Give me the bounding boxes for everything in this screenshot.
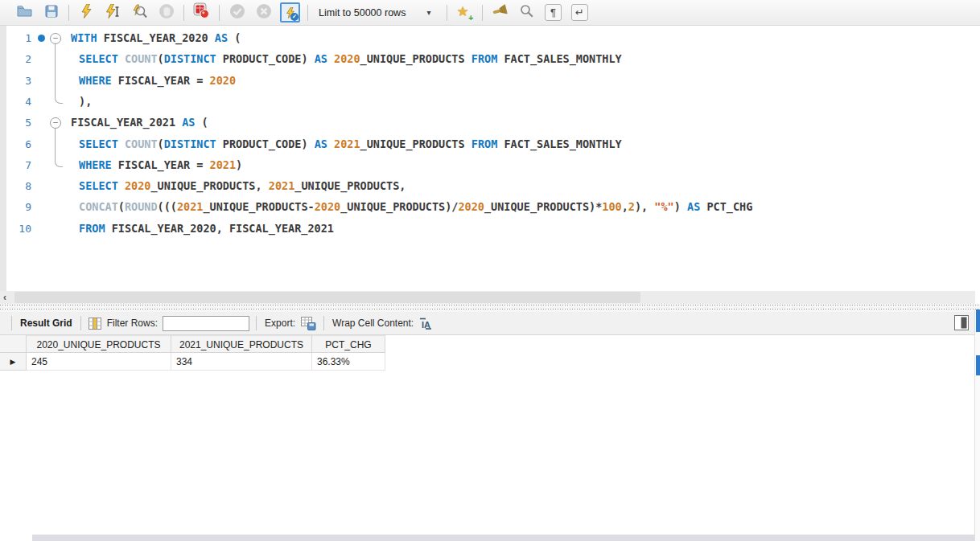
autocommit-icon: ✓	[280, 2, 300, 23]
line-number: 9	[6, 196, 31, 218]
result-grid-vscrollbar[interactable]	[974, 309, 980, 541]
result-grid-hscrollbar[interactable]	[32, 535, 975, 541]
side-panel-toggle-button[interactable]	[954, 315, 969, 333]
grid-row[interactable]: ▶ 24533436.33%	[0, 353, 385, 371]
column-header[interactable]: 2021_UNIQUE_PRODUCTS	[171, 335, 312, 353]
code-text: CONCAT(ROUND(((2021_UNIQUE_PRODUCTS-2020…	[79, 196, 752, 218]
panel-splitter[interactable]	[0, 304, 980, 312]
fold-guide	[55, 154, 63, 167]
code-text: WITH FISCAL_YEAR_2020 AS (	[71, 27, 241, 49]
star-plus-icon: ★ +	[456, 4, 474, 22]
toolbar-separator	[68, 5, 69, 21]
line-number: 4	[6, 91, 31, 113]
grid-cell[interactable]: 36.33%	[312, 353, 385, 371]
toolbar-separator	[80, 316, 81, 330]
toolbar-separator	[307, 5, 308, 21]
stop-on-error-toggle-button[interactable]	[191, 2, 212, 23]
code-line[interactable]: 1−WITH FISCAL_YEAR_2020 AS (	[0, 27, 980, 49]
line-number: 2	[6, 48, 31, 70]
statement-marker-icon	[38, 35, 45, 42]
explain-plan-button[interactable]	[129, 2, 150, 23]
save-script-button[interactable]	[40, 2, 62, 23]
invisible-characters-button[interactable]: ¶	[542, 2, 564, 23]
execute-button[interactable]	[76, 2, 97, 23]
line-number: 1	[6, 27, 31, 49]
editor-hscrollbar[interactable]: ‹	[0, 291, 975, 304]
pilcrow-icon: ¶	[545, 4, 562, 21]
code-text: SELECT 2020_UNIQUE_PRODUCTS, 2021_UNIQUE…	[79, 175, 406, 197]
wrap-cell-content-label: Wrap Cell Content:	[332, 318, 414, 329]
stop-on-error-icon	[193, 2, 210, 23]
row-marker-icon: ▶	[10, 358, 16, 366]
filter-rows-label: Filter Rows:	[107, 318, 158, 329]
filter-rows-input[interactable]	[163, 316, 249, 331]
line-number: 10	[6, 218, 31, 240]
code-text: WHERE FISCAL_YEAR = 2021)	[79, 154, 242, 176]
line-number: 5	[6, 112, 31, 133]
code-text: SELECT COUNT(DISTINCT PRODUCT_CODE) AS 2…	[79, 133, 622, 155]
magnifier-lightning-icon	[132, 4, 147, 22]
result-grid: 2020_UNIQUE_PRODUCTS2021_UNIQUE_PRODUCTS…	[0, 335, 385, 371]
beautify-button[interactable]	[489, 2, 511, 23]
autocommit-toggle-button[interactable]: ✓	[279, 2, 301, 23]
vscroll-thumb[interactable]	[976, 355, 980, 375]
fold-guide	[55, 47, 56, 70]
code-line[interactable]: 10FROM FISCAL_YEAR_2020, FISCAL_YEAR_202…	[0, 218, 980, 240]
chevron-down-icon: ▾	[426, 8, 430, 17]
column-header[interactable]: PCT_CHG	[312, 335, 385, 353]
sql-editor[interactable]: 1−WITH FISCAL_YEAR_2020 AS (2SELECT COUN…	[0, 26, 980, 291]
toolbar-separator	[11, 316, 12, 330]
fold-guide	[55, 133, 56, 155]
grid-columns-icon[interactable]	[89, 318, 101, 330]
code-text: SELECT COUNT(DISTINCT PRODUCT_CODE) AS 2…	[79, 48, 622, 70]
code-line[interactable]: 9CONCAT(ROUND(((2021_UNIQUE_PRODUCTS-202…	[0, 196, 980, 218]
code-line[interactable]: 6SELECT COUNT(DISTINCT PRODUCT_CODE) AS …	[0, 133, 980, 155]
line-number: 8	[6, 175, 31, 197]
lightning-icon	[81, 4, 92, 22]
row-selector-header[interactable]	[0, 335, 27, 353]
find-button[interactable]	[516, 2, 537, 23]
wrap-text-button[interactable]: ↵	[569, 2, 591, 23]
code-line[interactable]: 4),	[0, 91, 980, 113]
magnifier-icon	[520, 4, 534, 22]
code-line[interactable]: 8SELECT 2020_UNIQUE_PRODUCTS, 2021_UNIQU…	[0, 175, 980, 197]
scroll-left-icon[interactable]: ‹	[3, 291, 6, 304]
wrap-cell-content-icon[interactable]: IA	[419, 318, 433, 330]
save-snippet-button[interactable]: ★ +	[454, 2, 476, 23]
sql-editor-toolbar: ✓ Limit to 50000 rows ▾ ★ + ¶ ↵	[0, 0, 980, 26]
commit-button[interactable]	[226, 2, 248, 23]
fold-collapse-icon[interactable]: −	[50, 117, 61, 129]
svg-text:IA: IA	[422, 319, 430, 329]
line-number: 6	[6, 133, 31, 155]
fold-guide	[55, 69, 56, 92]
export-grid-icon[interactable]	[301, 317, 316, 330]
rollback-button[interactable]	[253, 2, 274, 23]
lightning-cursor-icon	[106, 4, 120, 22]
export-label: Export:	[265, 318, 295, 329]
check-badge-icon: ✓	[290, 13, 299, 21]
toolbar-separator	[219, 5, 220, 21]
execute-current-statement-button[interactable]	[102, 2, 124, 23]
open-script-button[interactable]	[14, 2, 35, 23]
toolbar-separator	[482, 5, 483, 21]
grid-cell[interactable]: 334	[171, 353, 312, 371]
fold-collapse-icon[interactable]: −	[50, 33, 61, 44]
result-grid-label: Result Grid	[20, 318, 72, 329]
row-marker-cell[interactable]: ▶	[0, 353, 27, 371]
broom-icon	[492, 4, 508, 21]
mysql-workbench-sql-tab: ✓ Limit to 50000 rows ▾ ★ + ¶ ↵	[0, 0, 980, 541]
hscroll-thumb[interactable]	[14, 292, 640, 303]
line-number: 3	[6, 70, 31, 92]
code-line[interactable]: 7WHERE FISCAL_YEAR = 2021)	[0, 154, 980, 176]
limit-rows-dropdown[interactable]: Limit to 50000 rows ▾	[312, 4, 443, 22]
stop-button[interactable]	[155, 2, 177, 23]
vscroll-thumb[interactable]	[976, 309, 980, 332]
column-header[interactable]: 2020_UNIQUE_PRODUCTS	[27, 335, 171, 353]
grid-cell[interactable]: 245	[27, 353, 171, 371]
toolbar-separator	[323, 316, 324, 330]
code-line[interactable]: 5−FISCAL_YEAR_2021 AS (	[0, 112, 980, 133]
code-line[interactable]: 2SELECT COUNT(DISTINCT PRODUCT_CODE) AS …	[0, 48, 980, 70]
commit-check-icon	[229, 3, 245, 23]
code-line[interactable]: 3WHERE FISCAL_YEAR = 2020	[0, 70, 980, 92]
code-text: FROM FISCAL_YEAR_2020, FISCAL_YEAR_2021	[79, 218, 334, 240]
